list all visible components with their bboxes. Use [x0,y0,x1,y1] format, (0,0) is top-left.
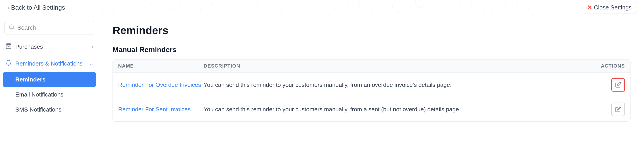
search-container [0,15,99,38]
email-notifications-sub-label: Email Notifications [15,91,64,98]
table-header: NAME DESCRIPTION ACTIONS [113,59,630,73]
svg-point-3 [167,0,180,10]
table-actions-overdue [580,78,625,92]
edit-button-sent[interactable] [611,103,625,116]
svg-point-4 [191,5,201,15]
sidebar-item-purchases[interactable]: Purchases › [0,38,99,55]
top-bar: ‹ Back to All Settings [0,0,644,15]
svg-point-8 [281,7,290,15]
bag-icon [6,43,12,51]
reminders-sub-label: Reminders [15,76,46,83]
reminder-name-sent[interactable]: Reminder For Sent Invoices [118,106,204,113]
purchases-label: Purchases [15,43,43,50]
reminder-description-sent: You can send this reminder to your custo… [204,106,580,113]
svg-point-12 [371,6,380,15]
sidebar-item-reminders[interactable]: Reminders [3,72,96,87]
edit-button-overdue[interactable] [611,78,625,92]
svg-point-15 [439,5,448,14]
svg-point-7 [256,0,270,9]
svg-point-16 [460,0,472,11]
svg-point-6 [237,4,245,12]
sub-nav-reminders: Reminders Email Notifications SMS Notifi… [0,72,99,117]
table-col-name: NAME [118,63,204,69]
svg-point-18 [504,0,518,10]
svg-point-9 [303,0,314,11]
svg-point-23 [10,25,13,28]
sidebar: Purchases › Reminders & Notifications ⌄ … [0,15,99,145]
search-icon [9,24,15,31]
bell-icon [6,60,12,68]
svg-point-1 [125,0,136,10]
svg-point-0 [101,1,115,14]
back-to-all-settings-link[interactable]: ‹ Back to All Settings [7,4,65,11]
svg-point-5 [212,0,224,10]
table-col-description: DESCRIPTION [204,63,580,69]
svg-point-14 [416,0,426,8]
table-row: Reminder For Overdue Invoices You can se… [113,73,630,97]
svg-point-17 [484,7,492,15]
close-x-icon: ✕ [587,4,592,11]
svg-point-11 [347,0,360,10]
page-title: Reminders [112,24,630,37]
main-content: Reminders Manual Reminders NAME DESCRIPT… [99,15,644,145]
sidebar-item-email-notifications[interactable]: Email Notifications [0,87,99,102]
sms-notifications-sub-label: SMS Notifications [15,106,62,113]
svg-point-20 [550,1,562,12]
sidebar-item-reminders-notifications[interactable]: Reminders & Notifications ⌄ [0,55,99,72]
sidebar-item-sms-notifications[interactable]: SMS Notifications [0,102,99,117]
svg-line-24 [13,28,14,29]
svg-point-21 [574,6,581,15]
top-bar-background-pattern [94,0,581,15]
reminder-name-overdue[interactable]: Reminder For Overdue Invoices [118,81,204,88]
reminders-notifications-label: Reminders & Notifications [15,60,82,67]
reminders-table: NAME DESCRIPTION ACTIONS Reminder For Ov… [112,59,630,122]
reminder-description-overdue: You can send this reminder to your custo… [204,81,580,88]
search-input[interactable] [17,24,90,31]
search-box[interactable] [4,21,94,35]
svg-point-2 [146,4,155,13]
close-settings-label: Close Settings [594,4,632,11]
svg-point-13 [392,1,404,12]
reminders-notifications-chevron-icon: ⌄ [89,61,94,67]
svg-point-10 [326,4,336,14]
main-layout: Purchases › Reminders & Notifications ⌄ … [0,15,644,145]
table-actions-sent [580,103,625,116]
table-col-actions: ACTIONS [580,63,625,69]
table-row: Reminder For Sent Invoices You can send … [113,97,630,122]
back-label: Back to All Settings [11,4,65,11]
back-chevron-icon: ‹ [7,4,9,11]
svg-point-19 [528,3,538,13]
section-title: Manual Reminders [112,46,630,54]
close-settings-button[interactable]: ✕ Close Settings [582,1,637,13]
purchases-chevron-icon: › [92,44,94,50]
